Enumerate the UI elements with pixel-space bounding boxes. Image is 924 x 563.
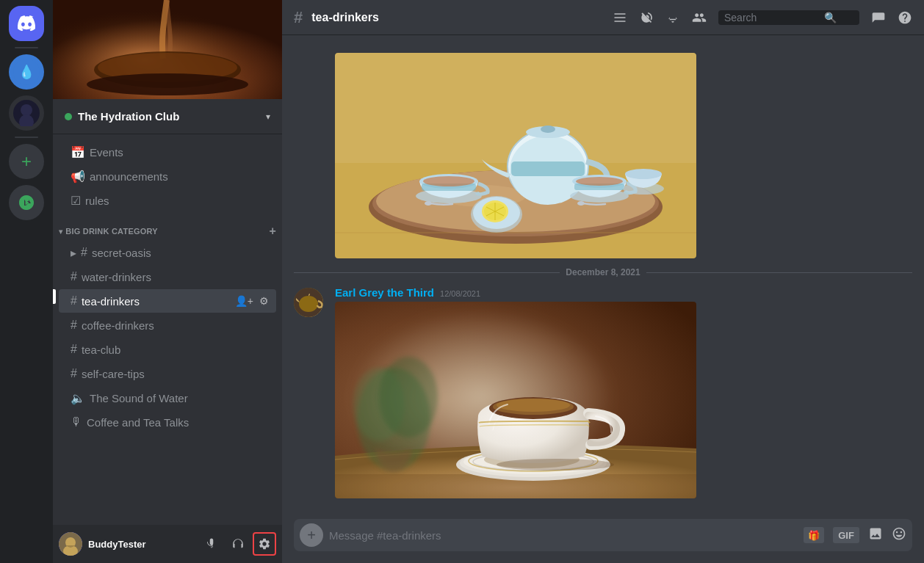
hash-icon: #: [71, 343, 77, 356]
channel-wrapper-announcements: 📢 announcements: [53, 164, 282, 188]
svg-text:💧: 💧: [18, 64, 35, 80]
avatar-image-earl-grey: [294, 288, 323, 317]
headset-button[interactable]: [226, 532, 250, 556]
svg-point-43: [625, 169, 662, 179]
gift-button[interactable]: 🎁: [804, 527, 824, 543]
message-content-earl-grey: Earl Grey the Third 12/08/2021: [335, 286, 912, 498]
server-icon-hydration-club[interactable]: 💧: [9, 54, 44, 90]
channel-item-sound-of-water[interactable]: 🔈 The Sound of Water: [59, 386, 276, 410]
channel-item-secret-oasis[interactable]: ▸ # secret-oasis: [59, 241, 276, 264]
server-banner-image: [53, 0, 282, 99]
channel-item-rules[interactable]: ☑ rules: [59, 189, 276, 212]
channel-wrapper-tea-drinkers: # tea-drinkers 👤+ ⚙: [53, 289, 282, 313]
user-name: BuddyTester: [88, 539, 194, 550]
message-input-actions: 🎁 GIF: [804, 526, 906, 545]
svg-point-10: [87, 73, 248, 95]
message-input-area: + 🎁 GIF: [282, 519, 924, 563]
mute-channel-icon[interactable]: [639, 10, 654, 25]
channel-wrapper-events: 📅 Events: [53, 140, 282, 164]
speaker-icon: 📢: [71, 170, 85, 184]
svg-point-3: [21, 104, 32, 116]
server-sidebar: 💧 +: [0, 0, 53, 563]
channel-wrapper-coffee-tea-talks: 🎙 Coffee and Tea Talks: [53, 410, 282, 434]
calendar-icon: 📅: [71, 145, 85, 159]
messages-area: December 8, 2021: [282, 35, 924, 519]
search-icon: 🔍: [824, 12, 837, 23]
inbox-icon[interactable]: [871, 10, 886, 25]
plus-icon: +: [21, 151, 32, 172]
svg-point-30: [423, 176, 474, 186]
category-big-drink[interactable]: ▾ BIG DRINK CATEGORY +: [53, 213, 282, 241]
channel-item-events[interactable]: 📅 Events: [59, 140, 276, 164]
check-icon: ☑: [71, 194, 81, 208]
member-list-icon[interactable]: [692, 10, 707, 25]
channel-item-water-drinkers[interactable]: # water-drinkers: [59, 265, 276, 288]
hash-icon: #: [71, 367, 77, 380]
server-header[interactable]: The Hydration Club ▾: [53, 99, 282, 134]
user-avatar-earl-grey: [294, 288, 323, 317]
channel-hash-icon: #: [294, 8, 303, 27]
server-icon-discover[interactable]: [9, 185, 44, 220]
svg-point-26: [541, 126, 555, 133]
channel-item-tea-club[interactable]: # tea-club: [59, 338, 276, 361]
add-member-icon[interactable]: 👤+: [234, 294, 255, 308]
image-button[interactable]: [868, 526, 883, 545]
chevron-down-icon: ▾: [266, 112, 270, 122]
channel-wrapper-rules: ☑ rules: [53, 189, 282, 212]
channel-item-self-care-tips[interactable]: # self-care-tips: [59, 362, 276, 385]
message-group-earl-grey: Earl Grey the Third 12/08/2021: [282, 283, 924, 501]
divider-line-left: [294, 272, 560, 273]
date-divider: December 8, 2021: [282, 261, 924, 283]
channel-wrapper-water-drinkers: # water-drinkers: [53, 265, 282, 288]
svg-point-34: [576, 177, 623, 186]
category-arrow-icon: ▾: [59, 228, 62, 236]
channel-actions-tea-drinkers: 👤+ ⚙: [234, 294, 270, 308]
search-input[interactable]: [724, 12, 820, 23]
channel-item-coffee-drinkers[interactable]: # coffee-drinkers: [59, 313, 276, 337]
help-icon[interactable]: [898, 10, 912, 25]
server-separator-2: [15, 137, 38, 138]
hash-icon: #: [71, 319, 77, 332]
emoji-button[interactable]: [892, 526, 906, 545]
channel-item-announcements[interactable]: 📢 announcements: [59, 164, 276, 188]
channel-item-coffee-tea-talks[interactable]: 🎙 Coffee and Tea Talks: [59, 410, 276, 434]
hash-icon: ▸: [71, 246, 76, 260]
channel-item-tea-drinkers[interactable]: # tea-drinkers 👤+ ⚙: [59, 289, 276, 313]
user-info: BuddyTester: [88, 539, 194, 550]
date-divider-text: December 8, 2021: [566, 267, 640, 277]
server-icon-dark-server[interactable]: [9, 95, 44, 131]
message-image-tea-set: [335, 53, 696, 258]
hash-icon-2: #: [81, 246, 87, 259]
user-area: BuddyTester: [53, 525, 282, 563]
mic-button[interactable]: [200, 532, 223, 556]
topbar: # tea-drinkers: [282, 0, 924, 35]
search-bar: 🔍: [718, 10, 859, 25]
gif-button[interactable]: GIF: [833, 527, 859, 543]
channel-sidebar: The Hydration Club ▾ 📅 Events 📢 announce…: [53, 0, 282, 563]
channel-settings-icon[interactable]: [613, 10, 627, 25]
server-icon-add[interactable]: +: [9, 144, 44, 179]
svg-point-45: [577, 201, 585, 206]
server-icon-discord-home[interactable]: [9, 6, 44, 41]
category-add-icon[interactable]: +: [269, 225, 276, 238]
server-banner: [53, 0, 282, 99]
voice-activity-icon: 🎙: [71, 415, 82, 429]
message-input-field[interactable]: [329, 522, 798, 549]
hash-icon: #: [71, 294, 77, 308]
pinned-messages-icon[interactable]: [665, 10, 680, 25]
channel-wrapper-self-care-tips: # self-care-tips: [53, 362, 282, 385]
svg-point-64: [497, 459, 614, 471]
channel-wrapper-tea-club: # tea-club: [53, 338, 282, 361]
svg-point-44: [425, 201, 432, 206]
settings-icon[interactable]: ⚙: [258, 294, 270, 308]
server-name: The Hydration Club: [78, 110, 260, 123]
settings-button[interactable]: [253, 532, 276, 556]
message-username[interactable]: Earl Grey the Third: [335, 286, 434, 299]
message-input-add-button[interactable]: +: [300, 523, 323, 547]
user-avatar: [59, 532, 82, 556]
voice-icon: 🔈: [71, 391, 85, 405]
channel-wrapper-secret-oasis: ▸ # secret-oasis: [53, 241, 282, 264]
hash-icon: #: [71, 270, 77, 283]
main-content: # tea-drinkers: [282, 0, 924, 563]
message-image-tea-cup: [335, 302, 717, 498]
